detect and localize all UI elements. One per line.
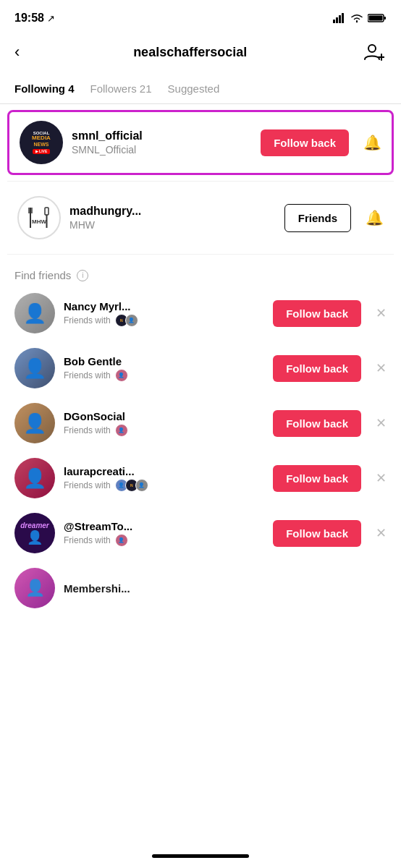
- sugg-friends-row-dgon: Friends with 👤: [64, 424, 264, 437]
- mini-av-bob-1: 👤: [115, 369, 128, 382]
- sugg-name-dgon: DGonSocial: [64, 410, 264, 422]
- sugg-friends-label-dgon: Friends with: [64, 425, 111, 435]
- mini-av-2: 👤: [125, 314, 138, 327]
- mini-av-laura-3: 👤: [135, 479, 148, 492]
- dismiss-button-dgon[interactable]: ✕: [376, 415, 387, 431]
- avatar-dgon: 👤: [14, 403, 55, 443]
- info-icon[interactable]: i: [77, 270, 88, 281]
- status-bar: 19:58 ↗: [0, 0, 401, 32]
- sugg-friends-label-stream: Friends with: [64, 535, 111, 545]
- svg-rect-7: [369, 16, 383, 21]
- bell-icon-smnl[interactable]: 🔔: [363, 134, 381, 151]
- mini-av-stream-1: 👤: [115, 534, 128, 547]
- divider-2: [7, 254, 394, 255]
- sugg-friends-row-nancy: Friends with N 👤: [64, 314, 264, 327]
- sugg-name-stream: @StreamTo...: [64, 520, 264, 532]
- sugg-friends-label-bob: Friends with: [64, 370, 111, 380]
- find-friends-label: Find friends: [14, 269, 71, 281]
- avatar-mhw: MHW: [17, 196, 61, 239]
- suggestion-card-dgon: 👤 DGonSocial Friends with 👤 Follow back …: [0, 396, 401, 451]
- svg-rect-14: [45, 208, 48, 215]
- mini-avatars-stream: 👤: [115, 534, 128, 547]
- wifi-icon: [350, 13, 363, 23]
- svg-point-4: [356, 21, 358, 22]
- status-time: 19:58: [14, 12, 44, 25]
- dismiss-button-nancy[interactable]: ✕: [376, 305, 387, 321]
- sugg-info-membershi: Membershi...: [64, 582, 387, 595]
- follower-info-smnl: smnl_official SMNL_Official: [72, 129, 252, 156]
- status-icons: [333, 13, 387, 23]
- home-indicator-bar: [0, 843, 401, 868]
- sugg-info-nancy: Nancy Myrl... Friends with N 👤: [64, 300, 264, 327]
- follower-handle-smnl: SMNL_Official: [72, 144, 252, 156]
- sugg-friends-row-stream: Friends with 👤: [64, 534, 264, 547]
- find-friends-section: Find friends i: [0, 260, 401, 286]
- mini-avatars-dgon: 👤: [115, 424, 128, 437]
- follow-back-button-bob[interactable]: Follow back: [273, 355, 361, 382]
- svg-rect-1: [336, 17, 338, 23]
- follower-handle-mhw: MHW: [69, 219, 276, 231]
- friends-button-mhw[interactable]: Friends: [284, 204, 351, 232]
- sugg-info-stream: @StreamTo... Friends with 👤: [64, 520, 264, 547]
- sugg-name-nancy: Nancy Myrl...: [64, 300, 264, 312]
- tab-following[interactable]: Following 4: [14, 75, 85, 103]
- mini-avatars-nancy: N 👤: [115, 314, 138, 327]
- sugg-name-laura: laurapcreati...: [64, 465, 264, 477]
- location-icon: ↗: [47, 13, 55, 24]
- avatar-laura: 👤: [14, 458, 55, 498]
- sugg-name-bob: Bob Gentle: [64, 355, 264, 367]
- sugg-info-laura: laurapcreati... Friends with 👤 N 👤: [64, 465, 264, 492]
- follow-back-button-laura[interactable]: Follow back: [273, 465, 361, 492]
- mini-av-dgon-1: 👤: [115, 424, 128, 437]
- sugg-friends-label-nancy: Friends with: [64, 315, 111, 326]
- avatar-stream: dreamer 👤: [14, 513, 55, 553]
- add-user-button[interactable]: [360, 39, 387, 65]
- dismiss-button-laura[interactable]: ✕: [376, 470, 387, 486]
- sugg-friends-row-bob: Friends with 👤: [64, 369, 264, 382]
- follower-username-smnl: smnl_official: [72, 129, 252, 142]
- follower-card-mhw: MHW madhungry... MHW Friends 🔔: [7, 187, 394, 248]
- follow-back-button-smnl[interactable]: Follow back: [261, 129, 349, 156]
- tabs-bar: Following 4 Followers 21 Suggested: [0, 75, 401, 104]
- follower-card-highlighted: SOCIAL MEDIA NEWS ▶ LIVE smnl_official S…: [7, 110, 394, 175]
- mhw-logo: MHW: [23, 202, 55, 234]
- battery-icon: [368, 13, 387, 23]
- back-button[interactable]: ‹: [14, 43, 20, 61]
- tab-followers[interactable]: Followers 21: [90, 75, 162, 103]
- suggestion-card-bob: 👤 Bob Gentle Friends with 👤 Follow back …: [0, 341, 401, 396]
- dismiss-button-stream[interactable]: ✕: [376, 525, 387, 541]
- svg-rect-0: [333, 20, 335, 23]
- sugg-info-dgon: DGonSocial Friends with 👤: [64, 410, 264, 437]
- sugg-friends-label-laura: Friends with: [64, 480, 111, 490]
- sugg-info-bob: Bob Gentle Friends with 👤: [64, 355, 264, 382]
- divider-1: [7, 181, 394, 182]
- add-user-icon: [363, 41, 384, 63]
- follow-back-button-stream[interactable]: Follow back: [273, 520, 361, 547]
- page-title: nealschaffersocial: [133, 45, 247, 60]
- signal-icon: [333, 13, 346, 23]
- mini-avatars-bob: 👤: [115, 369, 128, 382]
- suggestion-card-stream: dreamer 👤 @StreamTo... Friends with 👤 Fo…: [0, 506, 401, 561]
- avatar-membershi: 👤: [14, 568, 55, 608]
- partial-card-membershi: 👤 Membershi...: [0, 561, 401, 616]
- suggestion-card-laura: 👤 laurapcreati... Friends with 👤 N 👤 Fol…: [0, 451, 401, 506]
- mini-avatars-laura: 👤 N 👤: [115, 479, 148, 492]
- tab-suggested[interactable]: Suggested: [168, 75, 230, 103]
- svg-rect-2: [339, 15, 341, 23]
- follow-back-button-dgon[interactable]: Follow back: [273, 410, 361, 437]
- header: ‹ nealschaffersocial: [0, 32, 401, 75]
- avatar-nancy: 👤: [14, 293, 55, 333]
- home-indicator: [152, 854, 249, 858]
- avatar-bob: 👤: [14, 348, 55, 388]
- sugg-friends-row-laura: Friends with 👤 N 👤: [64, 479, 264, 492]
- follow-back-button-nancy[interactable]: Follow back: [273, 300, 361, 327]
- svg-point-8: [368, 45, 376, 52]
- avatar-smnl: SOCIAL MEDIA NEWS ▶ LIVE: [20, 121, 63, 164]
- suggestion-card-nancy: 👤 Nancy Myrl... Friends with N 👤 Follow …: [0, 286, 401, 341]
- partial-name-membershi: Membershi...: [64, 582, 387, 595]
- svg-rect-3: [342, 13, 344, 23]
- dismiss-button-bob[interactable]: ✕: [376, 360, 387, 376]
- svg-text:MHW: MHW: [32, 218, 46, 225]
- follower-info-mhw: madhungry... MHW: [69, 205, 276, 231]
- bell-icon-mhw[interactable]: 🔔: [366, 209, 384, 226]
